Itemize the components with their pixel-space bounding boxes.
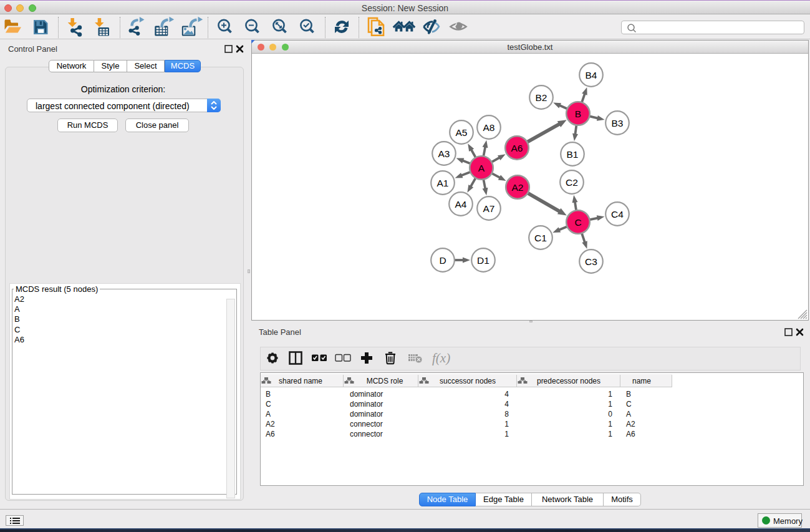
svg-text:C: C [266, 400, 271, 409]
svg-text:connector: connector [350, 430, 383, 438]
svg-text:1: 1 [504, 430, 509, 438]
svg-text:B: B [626, 390, 631, 399]
svg-text:B4: B4 [586, 70, 597, 80]
svg-text:predecessor nodes: predecessor nodes [537, 377, 600, 385]
svg-text:1: 1 [608, 390, 612, 399]
svg-text:A6: A6 [266, 430, 275, 438]
svg-text:A2: A2 [626, 420, 635, 428]
svg-text:A5: A5 [456, 127, 468, 138]
svg-text:1: 1 [608, 430, 612, 438]
svg-text:4: 4 [504, 390, 509, 399]
svg-text:A7: A7 [483, 203, 495, 214]
svg-text:successor nodes: successor nodes [440, 377, 496, 385]
svg-text:dominator: dominator [350, 400, 383, 409]
svg-text:B2: B2 [536, 92, 547, 103]
svg-text:0: 0 [608, 410, 612, 418]
svg-text:D1: D1 [477, 255, 489, 266]
svg-text:f(x): f(x) [432, 351, 450, 365]
svg-text:A: A [626, 410, 631, 418]
svg-text:MCDS role: MCDS role [367, 377, 403, 385]
svg-text:B3: B3 [612, 118, 624, 128]
svg-text:A6: A6 [511, 143, 523, 153]
svg-text:A3: A3 [438, 148, 450, 159]
svg-text:connector: connector [350, 420, 383, 428]
svg-text:4: 4 [504, 400, 509, 409]
svg-text:shared name: shared name [279, 377, 322, 385]
svg-text:A8: A8 [483, 122, 495, 133]
svg-text:dominator: dominator [350, 410, 383, 418]
svg-text:A2: A2 [266, 420, 275, 428]
svg-text:1: 1 [608, 400, 612, 409]
svg-text:B: B [266, 390, 271, 399]
svg-text:1: 1 [504, 420, 509, 428]
svg-text:A: A [478, 163, 485, 173]
svg-text:A: A [266, 410, 271, 418]
svg-text:D: D [439, 255, 446, 266]
svg-text:C: C [574, 217, 581, 228]
svg-text:8: 8 [504, 410, 509, 418]
svg-text:C4: C4 [611, 209, 624, 220]
svg-text:C3: C3 [585, 256, 597, 267]
svg-text:A6: A6 [626, 430, 635, 438]
svg-text:name: name [632, 377, 651, 385]
svg-text:A2: A2 [512, 182, 524, 193]
svg-text:1: 1 [608, 420, 612, 428]
svg-text:A1: A1 [437, 178, 449, 188]
svg-text:dominator: dominator [350, 390, 383, 399]
svg-text:C: C [626, 400, 632, 409]
svg-text:A4: A4 [455, 199, 467, 210]
svg-text:B: B [575, 109, 581, 119]
svg-text:C1: C1 [534, 233, 547, 243]
svg-text:C2: C2 [566, 177, 578, 188]
svg-text:B1: B1 [567, 149, 579, 160]
